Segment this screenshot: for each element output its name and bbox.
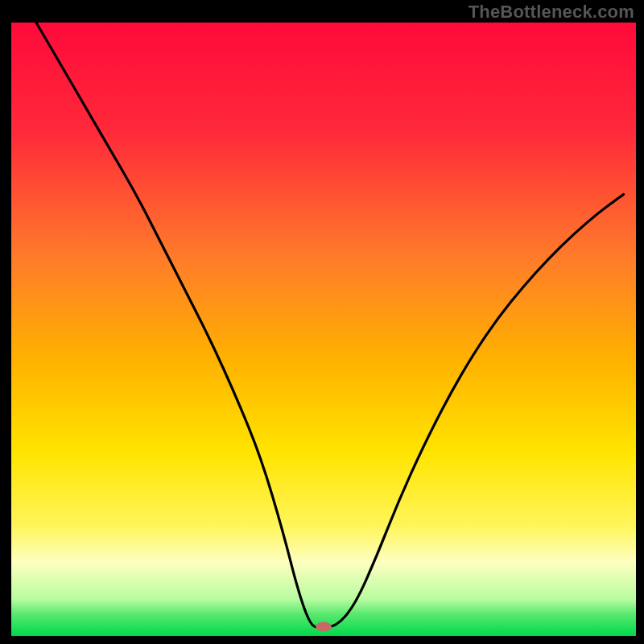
bottleneck-plot — [0, 0, 644, 644]
chart-container: TheBottleneck.com — [0, 0, 644, 644]
gradient-background — [11, 23, 636, 636]
watermark-text: TheBottleneck.com — [469, 2, 634, 23]
optimum-marker — [316, 622, 332, 632]
